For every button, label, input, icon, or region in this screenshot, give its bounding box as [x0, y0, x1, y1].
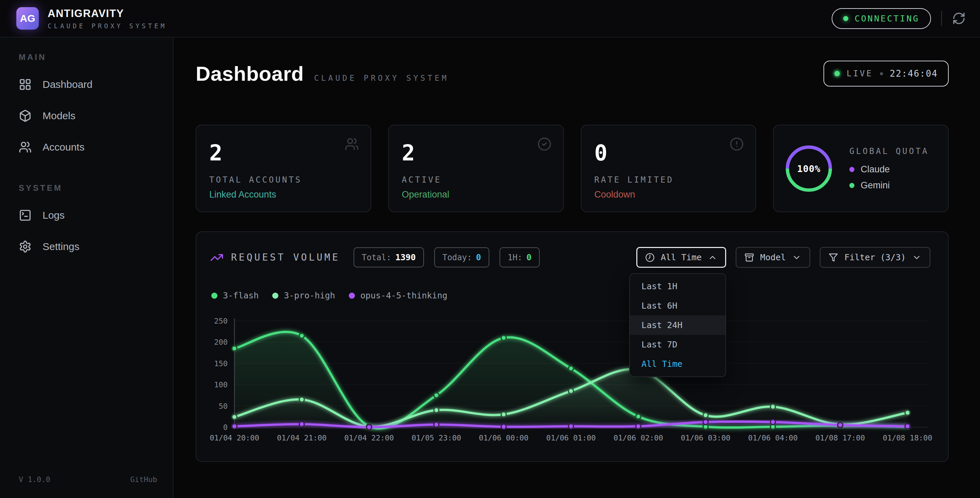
- sidebar-item-label: Settings: [43, 241, 79, 252]
- connection-status-label: CONNECTING: [854, 14, 920, 24]
- svg-text:01/06 02:00: 01/06 02:00: [614, 434, 663, 442]
- live-label: LIVE: [846, 69, 873, 78]
- clock-readout: 22:46:04: [890, 69, 938, 79]
- stat-card-total-accounts: 2 TOTAL ACCOUNTS Linked Accounts: [196, 124, 371, 212]
- users-icon: [19, 140, 32, 153]
- svg-text:01/06 04:00: 01/06 04:00: [748, 434, 798, 442]
- svg-text:01/08 18:00: 01/08 18:00: [883, 434, 932, 442]
- app-title: ANTIGRAVITY: [48, 8, 167, 20]
- gear-icon: [19, 240, 32, 253]
- sidebar-section-main: MAIN: [19, 53, 173, 62]
- sidebar-item-label: Models: [43, 110, 76, 121]
- quota-ring: 100%: [783, 143, 834, 194]
- app-logo: AG: [16, 7, 39, 30]
- menu-item-all-time[interactable]: All Time: [630, 354, 725, 374]
- stat-value: 0: [595, 140, 743, 166]
- sidebar-item-logs[interactable]: Logs: [0, 200, 173, 231]
- archive-box-icon: [745, 253, 754, 262]
- badge-label: Total:: [362, 253, 391, 262]
- request-volume-panel: REQUEST VOLUME Total:1390 Today:0 1H:0: [196, 231, 949, 462]
- terminal-icon: [19, 209, 32, 222]
- quota-legend-claude: Claude: [850, 164, 929, 175]
- svg-text:01/06 01:00: 01/06 01:00: [546, 434, 596, 442]
- today-requests-badge: Today:0: [434, 247, 489, 267]
- svg-text:01/05 23:00: 01/05 23:00: [412, 434, 461, 442]
- svg-text:01/08 17:00: 01/08 17:00: [815, 434, 865, 442]
- app-subtitle: CLAUDE PROXY SYSTEM: [48, 22, 167, 30]
- funnel-icon: [829, 253, 838, 262]
- separator-dot-icon: [880, 72, 883, 75]
- stat-sublabel: Linked Accounts: [209, 189, 358, 200]
- time-range-dropdown-button[interactable]: All Time: [636, 247, 726, 268]
- chevron-up-icon: [708, 253, 717, 262]
- menu-item-last-7d[interactable]: Last 7D: [630, 335, 725, 354]
- status-dot-icon: [843, 16, 848, 21]
- gemini-dot-icon: [850, 183, 854, 188]
- time-range-label: All Time: [661, 252, 702, 262]
- filter-button-label: Filter (3/3): [844, 252, 906, 262]
- svg-text:150: 150: [214, 359, 228, 368]
- stat-label: ACTIVE: [402, 175, 550, 185]
- time-range-menu: Last 1H Last 6H Last 24H Last 7D All Tim…: [629, 273, 726, 377]
- filter-dropdown-button[interactable]: Filter (3/3): [820, 247, 930, 268]
- quota-legend-label: Claude: [861, 164, 890, 175]
- model-dropdown-button[interactable]: Model: [736, 247, 810, 268]
- live-status-badge: LIVE 22:46:04: [824, 61, 949, 86]
- svg-text:200: 200: [214, 338, 228, 346]
- version-label: V 1.0.0: [19, 475, 50, 484]
- sidebar-item-label: Dashboard: [43, 79, 92, 90]
- menu-item-last-24h[interactable]: Last 24H: [630, 315, 725, 335]
- volume-chart: 05010015020025001/04 20:0001/04 21:0001/…: [196, 283, 950, 463]
- sidebar-item-accounts[interactable]: Accounts: [0, 131, 173, 163]
- quota-card: 100% GLOBAL QUOTA Claude Gemini: [773, 124, 949, 212]
- check-circle-icon: [537, 137, 552, 151]
- github-link[interactable]: GitHub: [130, 475, 157, 484]
- sidebar-item-models[interactable]: Models: [0, 100, 173, 131]
- trending-up-icon: [210, 251, 224, 264]
- cube-icon: [19, 109, 32, 122]
- claude-dot-icon: [850, 167, 854, 172]
- alert-circle-icon: [730, 137, 744, 151]
- svg-text:100: 100: [214, 380, 228, 389]
- quota-legend-label: Gemini: [861, 180, 890, 191]
- stat-card-rate-limited: 0 RATE LIMITED Cooldown: [581, 124, 756, 212]
- chevron-down-icon: [792, 253, 801, 262]
- svg-text:01/04 22:00: 01/04 22:00: [344, 434, 394, 442]
- sidebar-item-label: Logs: [43, 209, 65, 221]
- quota-legend-gemini: Gemini: [850, 180, 929, 191]
- quota-percent: 100%: [797, 163, 821, 174]
- refresh-icon: [952, 11, 966, 25]
- stat-value: 2: [402, 140, 550, 166]
- badge-label: Today:: [442, 253, 472, 262]
- panel-title: REQUEST VOLUME: [231, 252, 340, 263]
- sidebar: MAIN Dashboard Models Accounts SYSTEM: [0, 37, 173, 498]
- hour-requests-badge: 1H:0: [500, 247, 540, 267]
- sidebar-item-label: Accounts: [43, 141, 84, 153]
- sidebar-item-dashboard[interactable]: Dashboard: [0, 69, 173, 100]
- badge-value: 0: [527, 252, 531, 262]
- menu-item-last-1h[interactable]: Last 1H: [630, 276, 725, 296]
- connection-status-badge: CONNECTING: [832, 8, 931, 29]
- refresh-button[interactable]: [952, 11, 966, 25]
- svg-text:0: 0: [223, 423, 228, 432]
- total-requests-badge: Total:1390: [353, 247, 424, 267]
- chevron-down-icon: [912, 253, 921, 262]
- topbar-divider: [941, 11, 942, 26]
- stat-label: RATE LIMITED: [595, 175, 743, 185]
- badge-value: 0: [476, 252, 481, 262]
- menu-item-last-6h[interactable]: Last 6H: [630, 296, 725, 315]
- svg-text:01/06 00:00: 01/06 00:00: [479, 434, 528, 442]
- svg-text:01/04 21:00: 01/04 21:00: [277, 434, 327, 442]
- svg-text:01/04 20:00: 01/04 20:00: [210, 434, 259, 442]
- sidebar-item-settings[interactable]: Settings: [0, 231, 173, 262]
- stat-label: TOTAL ACCOUNTS: [209, 175, 358, 185]
- stat-card-active: 2 ACTIVE Operational: [388, 124, 564, 212]
- svg-text:50: 50: [219, 402, 228, 410]
- clock-icon: [645, 253, 655, 262]
- grid-icon: [19, 78, 32, 91]
- stat-sublabel: Cooldown: [595, 189, 743, 200]
- svg-text:01/06 03:00: 01/06 03:00: [681, 434, 730, 442]
- app-logo-text: AG: [20, 13, 35, 24]
- stat-sublabel: Operational: [402, 189, 550, 200]
- stat-value: 2: [209, 140, 358, 166]
